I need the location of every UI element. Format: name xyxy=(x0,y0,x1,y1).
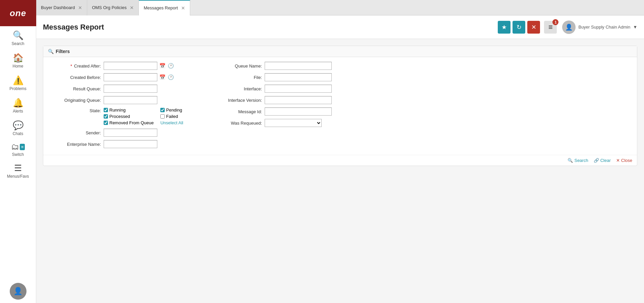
was-requeued-select[interactable]: Yes No xyxy=(265,119,322,127)
filter-col-right: Queue Name: File: xyxy=(211,62,630,127)
sidebar-item-alerts[interactable]: 🔔 Alerts xyxy=(0,94,36,116)
created-before-calendar-icon[interactable]: 📅 xyxy=(159,74,166,80)
state-running-checkbox[interactable] xyxy=(104,108,108,112)
tab-label-messages-report: Messages Report xyxy=(144,5,178,10)
sidebar-item-menus-favs[interactable]: ☰ Menus/Favs xyxy=(0,159,36,181)
tab-messages-report[interactable]: Messages Report ✕ xyxy=(139,0,190,15)
page-header: Messages Report ★ ↻ ✕ ≡ 1 👤 Buyer Supply… xyxy=(36,15,644,39)
favorite-button[interactable]: ★ xyxy=(498,21,511,34)
created-after-date-icons: 📅 🕐 xyxy=(159,63,175,69)
created-before-input[interactable] xyxy=(104,73,157,81)
state-processed-item[interactable]: Processed xyxy=(104,114,154,119)
queue-name-label: Queue Name: xyxy=(211,63,265,69)
state-removed-checkbox[interactable] xyxy=(104,121,108,125)
filter-field-interface-version: Interface Version: xyxy=(211,96,630,104)
sidebar-label-chats: Chats xyxy=(13,131,23,136)
state-running-item[interactable]: Running xyxy=(104,107,154,113)
was-requeued-label-text: Was Requeued xyxy=(231,121,261,126)
created-before-date-icons: 📅 🕐 xyxy=(159,74,175,80)
created-after-calendar-icon[interactable]: 📅 xyxy=(159,63,166,69)
state-pending-checkbox[interactable] xyxy=(160,108,165,112)
filters-header: 🔍 Filters xyxy=(43,46,637,57)
state-pending-item[interactable]: Pending xyxy=(160,107,210,113)
clear-link-icon: 🔗 xyxy=(594,158,599,163)
app-logo[interactable]: one xyxy=(0,0,36,26)
sidebar-item-chats[interactable]: 💬 Chats xyxy=(0,116,36,139)
filter-field-message-id: Message Id: xyxy=(211,107,630,116)
file-input[interactable] xyxy=(265,73,332,81)
problems-icon: ⚠️ xyxy=(13,75,23,86)
state-failed-item[interactable]: Failed xyxy=(160,114,210,119)
tab-label-oms-org-policies: OMS Org Policies xyxy=(92,5,126,10)
switch-list-icon: ≡ xyxy=(20,144,25,150)
filters-footer: 🔍 Search 🔗 Clear ✕ Close xyxy=(43,155,637,166)
state-removed-from-queue-item[interactable]: Removed From Queue xyxy=(104,120,154,125)
sidebar-bottom: 👤 xyxy=(10,283,26,303)
enterprise-name-input[interactable] xyxy=(104,140,157,148)
tab-oms-org-policies[interactable]: OMS Org Policies ✕ xyxy=(87,0,139,15)
enterprise-name-label-text: Enterprise Name xyxy=(67,142,100,147)
filters-label: Filters xyxy=(56,49,70,54)
filter-col-left: * Created After: 📅 🕐 xyxy=(50,62,211,148)
result-queue-label-text: Result Queue xyxy=(73,86,100,91)
filter-field-created-before: Created Before: 📅 🕐 xyxy=(50,73,211,81)
sender-label: Sender: xyxy=(50,130,104,135)
user-name: Buyer Supply Chain Admin xyxy=(578,25,630,30)
header-actions: ★ ↻ ✕ ≡ 1 👤 Buyer Supply Chain Admin ▼ xyxy=(498,20,637,34)
state-label: State: xyxy=(50,107,104,113)
state-pending-label: Pending xyxy=(166,107,182,113)
created-after-input[interactable] xyxy=(104,62,157,70)
sidebar-item-problems[interactable]: ⚠️ Problems xyxy=(0,71,36,94)
file-label-text: File xyxy=(254,75,261,80)
sidebar-item-search[interactable]: 🔍 Search xyxy=(0,26,36,49)
filter-field-result-queue: Result Queue: xyxy=(50,85,211,93)
sidebar: one 🔍 Search 🏠 Home ⚠️ Problems 🔔 Alerts… xyxy=(0,0,36,303)
clear-link[interactable]: 🔗 Clear xyxy=(594,158,611,163)
search-icon: 🔍 xyxy=(13,30,23,41)
page-title: Messages Report xyxy=(43,23,498,32)
close-link[interactable]: ✕ Close xyxy=(616,158,632,163)
unselect-all-link[interactable]: Unselect All xyxy=(160,120,210,125)
filter-field-state: State: Running Pending xyxy=(50,107,211,125)
tab-label-buyer-dashboard: Buyer Dashboard xyxy=(41,5,75,10)
clear-link-label: Clear xyxy=(600,158,611,163)
filter-row-main: * Created After: 📅 🕐 xyxy=(50,62,630,148)
interface-version-input[interactable] xyxy=(265,96,332,104)
avatar-icon: 👤 xyxy=(13,287,22,296)
close-link-icon: ✕ xyxy=(616,158,620,163)
sidebar-item-home[interactable]: 🏠 Home xyxy=(0,49,36,71)
sidebar-item-switch[interactable]: 🗂 ≡ Switch xyxy=(0,139,36,159)
refresh-button[interactable]: ↻ xyxy=(513,21,525,34)
close-tab-button[interactable]: ✕ xyxy=(527,21,540,34)
sender-input[interactable] xyxy=(104,129,157,137)
tab-close-buyer-dashboard[interactable]: ✕ xyxy=(78,5,82,10)
content-area: 🔍 Filters * Created After: xyxy=(36,39,644,303)
created-after-clock-icon[interactable]: 🕐 xyxy=(167,63,175,69)
sender-label-text: Sender xyxy=(86,130,100,135)
search-link-label: Search xyxy=(574,158,588,163)
queue-name-input[interactable] xyxy=(265,62,332,70)
logo-text: one xyxy=(10,8,26,18)
filters-body: * Created After: 📅 🕐 xyxy=(43,57,637,155)
search-link[interactable]: 🔍 Search xyxy=(568,158,588,163)
message-id-input[interactable] xyxy=(265,107,332,116)
tab-close-messages-report[interactable]: ✕ xyxy=(181,5,185,11)
originating-queue-label: Originating Queue: xyxy=(50,98,104,103)
user-avatar-sidebar[interactable]: 👤 xyxy=(10,283,26,300)
state-failed-checkbox[interactable] xyxy=(160,114,165,119)
filter-field-file: File: xyxy=(211,73,630,81)
user-dropdown[interactable]: 👤 Buyer Supply Chain Admin ▼ xyxy=(562,20,637,34)
tab-close-oms-org-policies[interactable]: ✕ xyxy=(130,5,134,10)
filter-field-was-requeued: Was Requeued: Yes No xyxy=(211,119,630,127)
interface-input[interactable] xyxy=(265,85,332,93)
sidebar-label-home: Home xyxy=(12,64,23,69)
state-processed-checkbox[interactable] xyxy=(104,114,108,119)
result-queue-input[interactable] xyxy=(104,85,157,93)
filter-field-created-after: * Created After: 📅 🕐 xyxy=(50,62,211,70)
originating-queue-input[interactable] xyxy=(104,96,157,104)
notification-wrapper: ≡ 1 xyxy=(544,21,557,34)
created-before-clock-icon[interactable]: 🕐 xyxy=(167,74,175,80)
tab-buyer-dashboard[interactable]: Buyer Dashboard ✕ xyxy=(36,0,87,15)
chats-icon: 💬 xyxy=(13,120,23,131)
state-failed-label: Failed xyxy=(166,114,178,119)
